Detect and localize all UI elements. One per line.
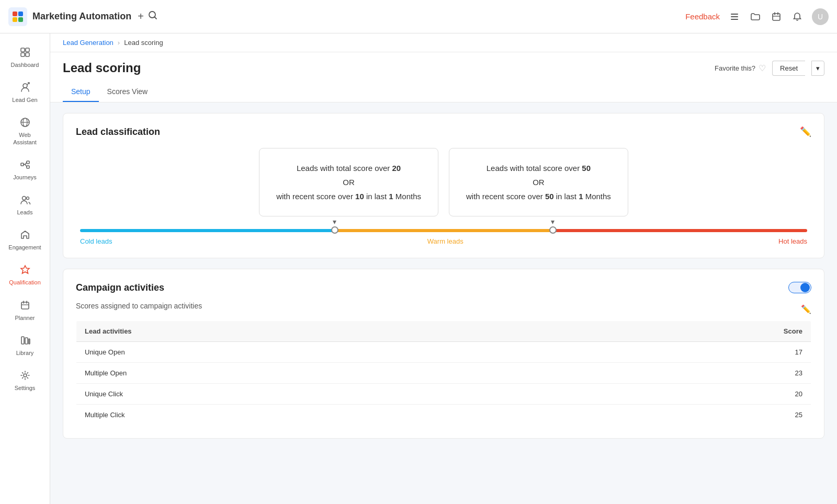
- sidebar-item-lead-gen[interactable]: Lead Gen: [3, 75, 47, 109]
- sidebar-item-journeys[interactable]: Journeys: [3, 152, 47, 186]
- qualification-icon: [18, 262, 32, 277]
- main-layout: Dashboard Lead Gen Web As: [0, 33, 837, 504]
- campaign-activities-header: Campaign activities: [76, 282, 811, 293]
- lead-classification-header: Lead classification ✏️: [76, 126, 811, 138]
- activity-cell: Unique Click: [76, 384, 547, 405]
- breadcrumb-separator: ›: [118, 39, 120, 47]
- user-avatar[interactable]: U: [812, 8, 829, 25]
- sidebar-item-dashboard-label: Dashboard: [11, 62, 39, 68]
- sidebar-item-web-assistant-label: Web Assistant: [7, 132, 43, 145]
- dashboard-icon: [18, 45, 32, 60]
- reset-button[interactable]: Reset: [772, 61, 805, 76]
- slider-chevron-1: ▾: [333, 217, 336, 226]
- bell-icon[interactable]: [791, 10, 804, 23]
- classification-slider: ▾ ▾ Cold leads Warm leads Hot leads: [76, 229, 811, 245]
- sidebar-item-planner[interactable]: Planner: [3, 293, 47, 327]
- classification-box-hot: Leads with total score over 50 OR with r…: [449, 148, 628, 216]
- box2-score2: 50: [545, 192, 554, 201]
- sidebar-item-qualification-label: Qualification: [9, 279, 41, 286]
- svg-rect-23: [27, 161, 29, 164]
- box2-score1: 50: [582, 164, 591, 173]
- box2-line1: Leads with total score over: [487, 164, 582, 173]
- feedback-link[interactable]: Feedback: [685, 12, 720, 21]
- campaign-activities-edit-icon[interactable]: ✏️: [801, 304, 811, 314]
- svg-line-5: [155, 17, 157, 19]
- sidebar-item-planner-label: Planner: [15, 315, 35, 322]
- list-icon[interactable]: [728, 10, 741, 23]
- svg-rect-13: [21, 48, 25, 52]
- box1-inlast: in last: [364, 192, 389, 201]
- sidebar-item-engagement[interactable]: Engagement: [3, 222, 47, 256]
- page-header: Lead scoring Favorite this? ♡ Reset ▾ Se…: [50, 52, 837, 102]
- svg-rect-7: [731, 16, 738, 17]
- app-logo: Marketing Automation: [8, 7, 131, 26]
- slider-handle-2[interactable]: [549, 226, 557, 234]
- zoho-logo-box: [8, 7, 27, 26]
- topbar: Marketing Automation + Feedback: [0, 0, 837, 33]
- box2-line3: with recent score over: [466, 192, 545, 201]
- breadcrumb-parent[interactable]: Lead Generation: [63, 39, 114, 47]
- svg-rect-15: [21, 53, 25, 56]
- box1-months-label: Months: [393, 192, 421, 201]
- heart-icon[interactable]: ♡: [759, 63, 766, 73]
- journeys-icon: [18, 157, 32, 172]
- sidebar: Dashboard Lead Gen Web As: [0, 33, 50, 504]
- svg-rect-9: [773, 14, 780, 20]
- tab-scores-view[interactable]: Scores View: [99, 82, 156, 102]
- svg-point-17: [23, 84, 27, 88]
- sidebar-item-settings-label: Settings: [15, 385, 36, 392]
- campaign-activities-card: Campaign activities Scores assigned to c…: [63, 269, 824, 439]
- calendar-icon[interactable]: [770, 10, 783, 23]
- box2-months-label: Months: [583, 192, 610, 201]
- lead-classification-title: Lead classification: [76, 127, 160, 138]
- slider-chevron-2: ▾: [551, 217, 555, 226]
- reset-dropdown-button[interactable]: ▾: [811, 61, 824, 76]
- sidebar-item-library-label: Library: [16, 350, 34, 357]
- page-title-actions: Favorite this? ♡ Reset ▾: [715, 61, 824, 76]
- slider-labels: Cold leads Warm leads Hot leads: [80, 237, 807, 245]
- tab-setup[interactable]: Setup: [63, 82, 99, 102]
- box2-or: OR: [533, 178, 545, 187]
- sidebar-item-qualification[interactable]: Qualification: [3, 257, 47, 291]
- sidebar-item-library[interactable]: Library: [3, 328, 47, 362]
- sidebar-item-settings[interactable]: Settings: [3, 363, 47, 397]
- sidebar-item-lead-gen-label: Lead Gen: [12, 97, 37, 104]
- svg-rect-33: [25, 338, 28, 344]
- slider-handle-1[interactable]: [331, 226, 338, 234]
- leads-icon: [18, 192, 32, 207]
- engagement-icon: [18, 227, 32, 242]
- activity-cell: Multiple Open: [76, 363, 547, 384]
- svg-point-25: [22, 196, 26, 200]
- app-title: Marketing Automation: [32, 11, 131, 22]
- web-assistant-icon: [18, 115, 32, 130]
- campaign-activities-toggle[interactable]: [788, 282, 811, 293]
- page-body: Lead classification ✏️ Leads with total …: [50, 102, 837, 460]
- sidebar-item-dashboard[interactable]: Dashboard: [3, 40, 47, 74]
- scores-table: Lead activities Score Unique Open17Multi…: [76, 320, 811, 426]
- activity-cell: Unique Open: [76, 342, 547, 363]
- add-button[interactable]: +: [138, 10, 144, 22]
- breadcrumb: Lead Generation › Lead scoring: [50, 33, 837, 52]
- page-title: Lead scoring: [63, 61, 141, 75]
- search-button[interactable]: [148, 10, 157, 22]
- col-header-activities: Lead activities: [76, 321, 547, 342]
- table-row: Unique Click20: [76, 384, 811, 405]
- sidebar-item-web-assistant[interactable]: Web Assistant: [3, 110, 47, 151]
- box1-line3: with recent score over: [276, 192, 355, 201]
- warm-leads-label: Warm leads: [112, 237, 778, 245]
- classification-box-warm: Leads with total score over 20 OR with r…: [259, 148, 438, 216]
- lead-classification-card: Lead classification ✏️ Leads with total …: [63, 113, 824, 258]
- library-icon: [18, 333, 32, 348]
- page-title-row: Lead scoring Favorite this? ♡ Reset ▾: [63, 61, 824, 76]
- folder-icon[interactable]: [749, 10, 762, 23]
- lead-classification-edit-icon[interactable]: ✏️: [800, 126, 811, 138]
- sidebar-item-leads[interactable]: Leads: [3, 187, 47, 221]
- favorite-text: Favorite this?: [715, 64, 755, 72]
- slider-track-wrap: ▾ ▾: [80, 229, 807, 233]
- breadcrumb-current: Lead scoring: [124, 39, 163, 47]
- svg-rect-22: [21, 163, 24, 166]
- box1-score2: 10: [355, 192, 364, 201]
- score-cell: 23: [547, 363, 811, 384]
- toggle-track[interactable]: [788, 282, 811, 293]
- svg-marker-27: [21, 266, 29, 273]
